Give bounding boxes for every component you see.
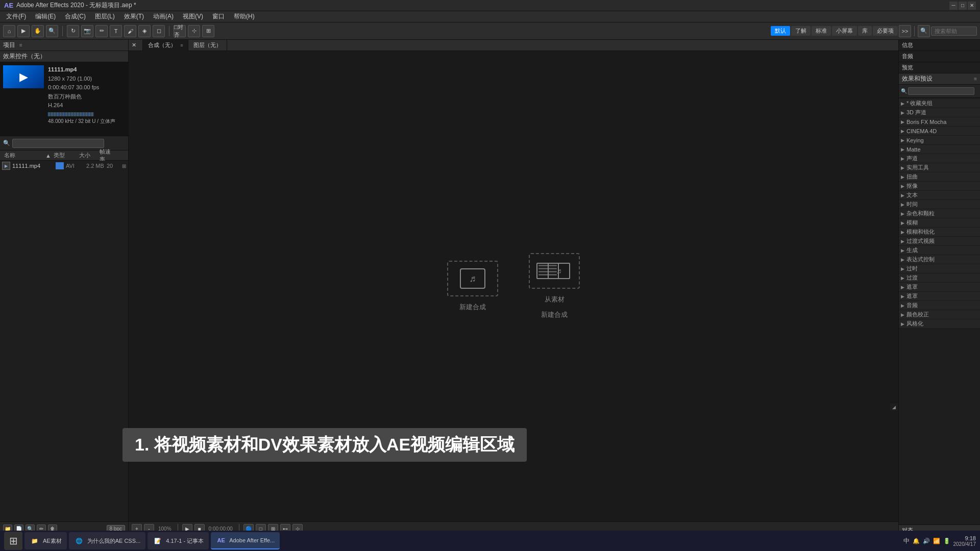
workspace-standard[interactable]: 标准 bbox=[812, 26, 831, 36]
title-controls[interactable]: ─ □ ✕ bbox=[949, 2, 976, 10]
pen-tool[interactable]: ✏ bbox=[95, 25, 108, 37]
cat-label: Boris FX Mocha bbox=[906, 119, 946, 125]
menu-view[interactable]: 视图(V) bbox=[179, 11, 207, 22]
menu-layer[interactable]: 图层(L) bbox=[91, 11, 119, 22]
snap-button[interactable]: □对齐 bbox=[174, 25, 186, 37]
audio-label: 音频 bbox=[902, 53, 913, 60]
rotate-tool[interactable]: ↻ bbox=[67, 25, 79, 37]
home-button[interactable]: ⌂ bbox=[3, 25, 15, 37]
effects-cat-mask2[interactable]: ▶ 遮罩 bbox=[899, 292, 980, 301]
text-tool[interactable]: T bbox=[110, 25, 122, 37]
effects-cat-blur[interactable]: ▶ 模糊 bbox=[899, 218, 980, 228]
effects-expand-icon[interactable]: ≡ bbox=[974, 76, 977, 82]
workspace-library[interactable]: 库 bbox=[858, 26, 872, 36]
workspace-default[interactable]: 默认 bbox=[771, 26, 790, 36]
effects-cat-obsolete[interactable]: ▶ 过渡式视频 bbox=[899, 237, 980, 246]
menu-animation[interactable]: 动画(A) bbox=[149, 11, 178, 22]
effects-cat-utility[interactable]: ▶ 实用工具 bbox=[899, 163, 980, 172]
effects-cat-audio2[interactable]: ▶ 音频 bbox=[899, 301, 980, 310]
comp-tab-none[interactable]: 合成（无） ≡ bbox=[143, 40, 188, 51]
workspace-small-screen[interactable]: 小屏幕 bbox=[832, 26, 857, 36]
taskbar-clock[interactable]: 9:18 2020/4/17 bbox=[953, 535, 976, 547]
menu-composition[interactable]: 合成(C) bbox=[61, 11, 90, 22]
workspace-more[interactable]: >> bbox=[899, 25, 911, 37]
effects-cat-generate[interactable]: ▶ 生成 bbox=[899, 246, 980, 255]
layer-tab-none[interactable]: 图层（无） bbox=[188, 40, 227, 51]
help-search-input[interactable] bbox=[931, 27, 977, 36]
from-footage-option[interactable]: ♬ 从素材 新建合成 bbox=[529, 253, 580, 319]
effects-cat-obsolete2[interactable]: ▶ 过时 bbox=[899, 264, 980, 273]
menu-effects[interactable]: 效果(T) bbox=[120, 11, 148, 22]
menu-file[interactable]: 文件(F) bbox=[2, 11, 30, 22]
menu-window[interactable]: 窗口 bbox=[208, 11, 229, 22]
effects-cat-matte[interactable]: ▶ Matte bbox=[899, 145, 980, 154]
taskbar: ⊞ 📁 AE素材 🌐 为什么我的AE CSS... 📝 4.17-1 - 记事本… bbox=[0, 531, 980, 551]
comp-tab-menu[interactable]: ≡ bbox=[180, 43, 183, 48]
taskbar-network-icon[interactable]: 🔊 bbox=[923, 538, 930, 544]
cat-label: 模糊和锐化 bbox=[906, 228, 935, 236]
workspace-bar: 默认 了解 标准 小屏幕 库 必要项 >> 🔍 bbox=[771, 25, 977, 37]
effects-cat-time[interactable]: ▶ 时间 bbox=[899, 200, 980, 209]
effects-cat-noise[interactable]: ▶ 杂色和颗粒 bbox=[899, 209, 980, 218]
menu-edit[interactable]: 编辑(E) bbox=[31, 11, 60, 22]
effects-cat-color-correct[interactable]: ▶ 颜色校正 bbox=[899, 310, 980, 319]
new-comp-option[interactable]: ♬ 新建合成 bbox=[447, 261, 498, 312]
project-search-input[interactable] bbox=[12, 139, 104, 148]
effects-cat-boris[interactable]: ▶ Boris FX Mocha bbox=[899, 117, 980, 127]
close-button[interactable]: ✕ bbox=[968, 2, 976, 10]
preview-color: 数百万种颜色 bbox=[48, 92, 125, 102]
cat-label: 过渡 bbox=[906, 274, 918, 282]
effects-cat-stylize[interactable]: ▶ 风格化 bbox=[899, 319, 980, 329]
preview-right-panel[interactable]: 预览 bbox=[899, 62, 980, 73]
select-tool[interactable]: ▶ bbox=[17, 25, 30, 37]
minimize-button[interactable]: ─ bbox=[949, 2, 958, 10]
workspace-essential[interactable]: 必要项 bbox=[873, 26, 898, 36]
effects-cat-cinema[interactable]: ▶ CINEMA 4D bbox=[899, 127, 980, 136]
effects-cat-text[interactable]: ▶ 文本 bbox=[899, 191, 980, 200]
hand-tool[interactable]: ✋ bbox=[32, 25, 44, 37]
taskbar-battery-icon[interactable]: 🔋 bbox=[943, 538, 950, 544]
effects-cat-keying[interactable]: ▶ Keying bbox=[899, 136, 980, 145]
maximize-button[interactable]: □ bbox=[959, 2, 967, 10]
effects-cat-favorites[interactable]: ▶ * 收藏夹组 bbox=[899, 99, 980, 108]
cat-label: Keying bbox=[906, 137, 924, 143]
menu-help[interactable]: 帮助(H) bbox=[230, 11, 259, 22]
arrow-icon: ▶ bbox=[901, 147, 904, 152]
snap-controls: □对齐 ⊹ ⊞ bbox=[174, 25, 214, 37]
workspace-learn[interactable]: 了解 bbox=[791, 26, 811, 36]
effects-cat-3d[interactable]: ▶ 3D 声道 bbox=[899, 108, 980, 117]
audio-panel[interactable]: 音频 bbox=[899, 51, 980, 62]
taskbar-app-ae-assets[interactable]: 📁 AE素材 bbox=[24, 532, 67, 549]
transform-options[interactable]: ⊞ bbox=[202, 25, 214, 37]
effects-cat-distort[interactable]: ▶ 扭曲 bbox=[899, 172, 980, 182]
stamp-tool[interactable]: ◈ bbox=[138, 25, 151, 37]
project-menu-icon[interactable]: ≡ bbox=[19, 42, 22, 48]
taskbar-app-browser[interactable]: 🌐 为什么我的AE CSS... bbox=[69, 532, 146, 549]
table-row[interactable]: ▶ 11111.mp4 AVI 2.2 MB 20 ⊞ bbox=[0, 161, 128, 171]
brush-tool[interactable]: 🖌 bbox=[124, 25, 136, 37]
search-icon[interactable]: 🔍 bbox=[918, 25, 930, 37]
zoom-tool[interactable]: 🔍 bbox=[46, 25, 58, 37]
effects-cat-channel[interactable]: ▶ 声道 bbox=[899, 154, 980, 163]
taskbar-app-ae[interactable]: AE Adobe After Effe... bbox=[211, 532, 280, 549]
cat-label: 遮罩 bbox=[906, 292, 918, 300]
info-panel[interactable]: 信息 bbox=[899, 40, 980, 51]
camera-tool[interactable]: 📷 bbox=[81, 25, 93, 37]
start-button[interactable]: ⊞ bbox=[4, 532, 22, 550]
arrow-icon: ▶ bbox=[901, 110, 904, 115]
comp-tab-separator: ✕ bbox=[129, 40, 143, 51]
eraser-tool[interactable]: ◻ bbox=[153, 25, 165, 37]
view-options[interactable]: ⊹ bbox=[188, 25, 200, 37]
taskbar-input-icon[interactable]: 🔔 bbox=[913, 538, 920, 544]
effects-search-input[interactable] bbox=[908, 87, 974, 95]
taskbar-app-notepad[interactable]: 📝 4.17-1 - 记事本 bbox=[148, 532, 209, 549]
effects-cat-transition[interactable]: ▶ 过渡 bbox=[899, 273, 980, 283]
project-panel-header: 项目 ≡ bbox=[0, 40, 128, 51]
cat-label: 表达式控制 bbox=[906, 256, 935, 263]
effects-cat-blur-sharp[interactable]: ▶ 模糊和锐化 bbox=[899, 228, 980, 237]
effects-cat-expr-ctrl[interactable]: ▶ 表达式控制 bbox=[899, 255, 980, 264]
effects-cat-mask[interactable]: ▶ 遮罩 bbox=[899, 283, 980, 292]
cat-label: 时间 bbox=[906, 201, 918, 208]
taskbar-volume-icon[interactable]: 📶 bbox=[933, 538, 940, 544]
effects-cat-key[interactable]: ▶ 抠像 bbox=[899, 182, 980, 191]
